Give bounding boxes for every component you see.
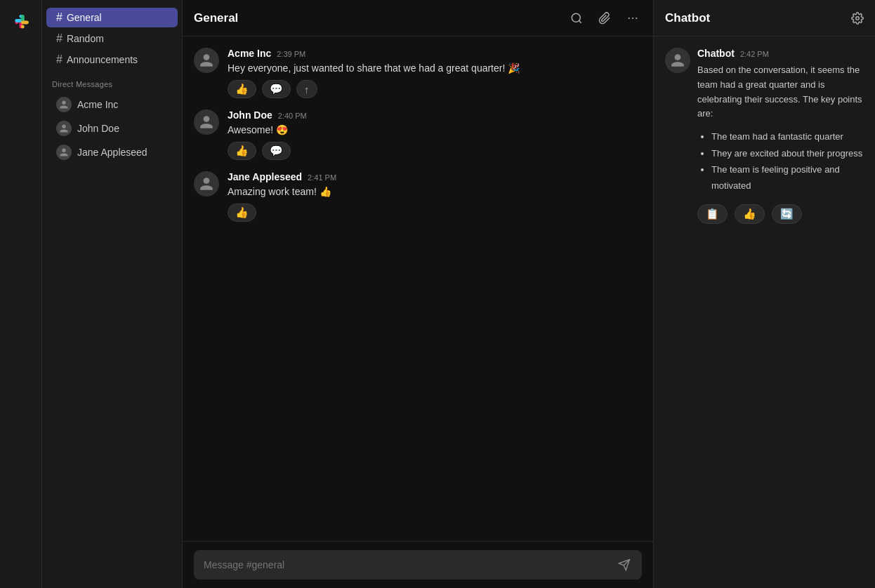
msg-actions-1: 👍 💬 ↑ — [228, 80, 642, 98]
dm-section-label: Direct Messages — [42, 70, 182, 93]
dm-john-doe[interactable]: John Doe — [46, 117, 178, 140]
chatbot-intro-text: Based on the conversation, it seems the … — [697, 63, 864, 121]
msg-time-2: 2:40 PM — [278, 112, 307, 120]
more-button[interactable] — [624, 9, 642, 27]
svg-point-2 — [632, 17, 633, 18]
chatbot-header: Chatbot — [654, 0, 875, 36]
sidebar-nav: # General # Random # Announcements Direc… — [42, 0, 183, 588]
chat-title: General — [194, 11, 567, 25]
dm-acme-inc[interactable]: Acme Inc — [46, 93, 178, 116]
reply-button-1[interactable]: 💬 — [262, 80, 291, 98]
msg-text-1: Hey everyone, just wanted to share that … — [228, 61, 642, 76]
chatbot-msg-header: Chatbot 2:42 PM — [697, 48, 864, 59]
channel-general[interactable]: # General — [46, 8, 178, 27]
chatbot-bot-name: Chatbot — [697, 48, 735, 59]
chatbot-point-3: The team is feeling positive and motivat… — [711, 161, 864, 194]
hash-icon-general: # — [56, 11, 63, 24]
chatbot-bot-time: 2:42 PM — [740, 50, 769, 58]
msg-header-2: John Doe 2:40 PM — [228, 109, 642, 121]
avatar-msg-1 — [194, 48, 219, 73]
message-row: John Doe 2:40 PM Awesome! 😍 👍 💬 — [194, 109, 642, 160]
chatbot-point-1: The team had a fantastic quarter — [711, 128, 864, 145]
main-chat: General Acme Inc 2:39 PM Hey — [183, 0, 653, 588]
chatbot-bot-avatar — [665, 48, 690, 73]
icon-column — [0, 0, 42, 588]
chatbot-panel: Chatbot Chatbot 2:42 PM Based on the con… — [653, 0, 875, 588]
channel-general-label: General — [67, 12, 102, 23]
channel-random-label: Random — [67, 33, 104, 44]
hash-icon-announcements: # — [56, 53, 63, 66]
share-button-1[interactable]: ↑ — [296, 80, 317, 98]
msg-time-1: 2:39 PM — [277, 50, 305, 58]
header-icons — [567, 9, 642, 27]
msg-author-3: Jane Appleseed — [228, 171, 302, 182]
settings-button[interactable] — [851, 12, 864, 25]
svg-point-0 — [572, 13, 580, 22]
chatbot-point-2: They are excited about their progress — [711, 145, 864, 161]
msg-text-3: Amazing work team! 👍 — [228, 185, 642, 199]
like-button-1[interactable]: 👍 — [228, 80, 256, 98]
msg-actions-2: 👍 💬 — [228, 142, 642, 160]
msg-header-1: Acme Inc 2:39 PM — [228, 48, 642, 59]
msg-actions-3: 👍 — [228, 203, 642, 222]
msg-time-3: 2:41 PM — [308, 173, 336, 182]
channel-random[interactable]: # Random — [46, 29, 178, 48]
msg-content-3: Jane Appleseed 2:41 PM Amazing work team… — [228, 171, 642, 222]
dm-jane-appleseed[interactable]: Jane Appleseed — [46, 141, 178, 163]
chatbot-like-button[interactable]: 👍 — [735, 204, 765, 224]
msg-author-1: Acme Inc — [228, 48, 271, 59]
chat-header: General — [183, 0, 653, 36]
send-button[interactable] — [617, 557, 632, 573]
msg-text-2: Awesome! 😍 — [228, 123, 642, 138]
dm-john-doe-label: John Doe — [77, 123, 119, 134]
message-input[interactable] — [204, 559, 611, 570]
msg-content-1: Acme Inc 2:39 PM Hey everyone, just want… — [228, 48, 642, 98]
messages-area: Acme Inc 2:39 PM Hey everyone, just want… — [183, 36, 653, 541]
msg-content-2: John Doe 2:40 PM Awesome! 😍 👍 💬 — [228, 109, 642, 160]
msg-header-3: Jane Appleseed 2:41 PM — [228, 171, 642, 182]
chatbot-refresh-button[interactable]: 🔄 — [772, 204, 802, 224]
channel-announcements[interactable]: # Announcements — [46, 50, 178, 69]
avatar-msg-3 — [194, 171, 219, 196]
channel-announcements-label: Announcements — [67, 54, 138, 65]
attachment-button[interactable] — [596, 9, 614, 27]
dm-jane-appleseed-label: Jane Appleseed — [77, 147, 147, 158]
hash-icon-random: # — [56, 32, 63, 45]
avatar-jane-appleseed — [56, 145, 72, 160]
message-row: Acme Inc 2:39 PM Hey everyone, just want… — [194, 48, 642, 98]
msg-author-2: John Doe — [228, 109, 272, 121]
svg-line-1 — [579, 20, 581, 22]
avatar-msg-2 — [194, 109, 219, 135]
chat-input-wrapper — [194, 550, 642, 580]
avatar-john-doe — [56, 121, 72, 136]
chatbot-actions: 📋 👍 🔄 — [697, 204, 864, 224]
chatbot-content: Chatbot 2:42 PM Based on the conversatio… — [654, 36, 875, 588]
chatbot-title: Chatbot — [665, 11, 851, 25]
chatbot-points-list: The team had a fantastic quarter They ar… — [697, 128, 864, 194]
svg-point-3 — [636, 17, 637, 18]
app-logo[interactable] — [8, 10, 34, 35]
reply-button-2[interactable]: 💬 — [262, 142, 291, 160]
like-button-2[interactable]: 👍 — [228, 142, 256, 160]
chatbot-message: Chatbot 2:42 PM Based on the conversatio… — [665, 48, 864, 224]
chatbot-copy-button[interactable]: 📋 — [697, 204, 728, 224]
dm-acme-inc-label: Acme Inc — [77, 99, 118, 110]
chat-input-area — [183, 541, 653, 588]
svg-point-4 — [629, 17, 630, 18]
avatar-acme-inc — [56, 97, 72, 112]
message-row: Jane Appleseed 2:41 PM Amazing work team… — [194, 171, 642, 222]
search-button[interactable] — [567, 9, 586, 27]
chatbot-msg-body: Chatbot 2:42 PM Based on the conversatio… — [697, 48, 864, 224]
like-button-3[interactable]: 👍 — [228, 203, 256, 222]
svg-point-7 — [856, 16, 860, 20]
